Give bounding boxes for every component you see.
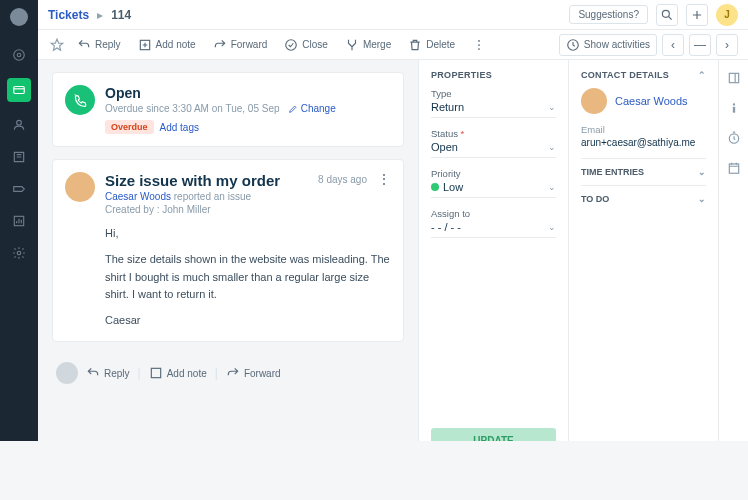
nav-tickets-icon[interactable] xyxy=(7,78,31,102)
type-select[interactable]: Return⌄ xyxy=(431,101,556,118)
svg-point-0 xyxy=(14,50,25,61)
more-actions-icon[interactable] xyxy=(466,35,492,55)
svg-rect-16 xyxy=(732,107,734,113)
contact-name-link[interactable]: Caesar Woods xyxy=(615,95,688,107)
svg-rect-13 xyxy=(151,369,160,378)
add-note-action[interactable]: Add note xyxy=(149,366,207,380)
priority-label: Priority xyxy=(431,168,556,179)
reply-action[interactable]: Reply xyxy=(86,366,130,380)
update-button[interactable]: UPDATE xyxy=(431,428,556,441)
svg-point-11 xyxy=(478,48,480,50)
show-activities-button[interactable]: Show activities xyxy=(559,34,657,56)
breadcrumb-sep: ▸ xyxy=(97,8,103,22)
status-select[interactable]: Open⌄ xyxy=(431,141,556,158)
svg-point-8 xyxy=(286,39,297,50)
close-button[interactable]: Close xyxy=(278,35,334,55)
svg-rect-14 xyxy=(729,73,738,82)
type-label: Type xyxy=(431,88,556,99)
forward-button[interactable]: Forward xyxy=(207,35,274,55)
ticket-subject: Size issue with my order xyxy=(105,172,280,189)
properties-title: PROPERTIES xyxy=(431,70,556,80)
nav-reports-icon[interactable] xyxy=(10,212,28,230)
svg-point-6 xyxy=(662,10,669,17)
delete-button[interactable]: Delete xyxy=(402,35,461,55)
add-note-button[interactable]: Add note xyxy=(132,35,202,55)
rail-calendar-icon[interactable] xyxy=(726,160,742,176)
ticket-menu-icon[interactable]: ⋮ xyxy=(377,172,391,186)
action-bar: Reply Add note Forward Close Merge Delet… xyxy=(38,30,748,60)
properties-panel: PROPERTIES Type Return⌄ Status * Open⌄ P… xyxy=(418,60,568,441)
overdue-tag: Overdue xyxy=(105,120,154,134)
nav-forums-icon[interactable] xyxy=(10,180,28,198)
requester-avatar xyxy=(65,172,95,202)
status-label: Status * xyxy=(431,128,556,139)
svg-rect-18 xyxy=(729,164,738,173)
reply-row: Reply | Add note | Forward xyxy=(52,354,404,392)
svg-point-1 xyxy=(17,53,21,57)
brand-logo[interactable] xyxy=(10,8,28,26)
nav-settings-icon[interactable] xyxy=(10,244,28,262)
user-avatar[interactable]: J xyxy=(716,4,738,26)
star-icon[interactable] xyxy=(48,36,66,54)
svg-point-10 xyxy=(478,44,480,46)
priority-select[interactable]: Low⌄ xyxy=(431,181,556,198)
add-tags-link[interactable]: Add tags xyxy=(160,122,199,133)
status-subtitle: Overdue since 3:30 AM on Tue, 05 Sep Cha… xyxy=(105,103,391,114)
forward-action[interactable]: Forward xyxy=(226,366,281,380)
breadcrumb-id: 114 xyxy=(111,8,131,22)
rail-time-icon[interactable] xyxy=(726,130,742,146)
created-by: Created by : John Miller xyxy=(105,204,280,215)
msg-greeting: Hi, xyxy=(105,225,391,243)
prev-ticket-icon[interactable]: ‹ xyxy=(662,34,684,56)
expand-icon[interactable]: — xyxy=(689,34,711,56)
next-ticket-icon[interactable]: › xyxy=(716,34,738,56)
msg-body: The size details shown in the website wa… xyxy=(105,251,391,304)
requester-link[interactable]: Caesar Woods xyxy=(105,191,171,202)
collapse-contact-icon[interactable]: ⌃ xyxy=(698,70,706,80)
reported-text: reported an issue xyxy=(174,191,251,202)
suggestions-button[interactable]: Suggestions? xyxy=(569,5,648,24)
nav-contacts-icon[interactable] xyxy=(10,116,28,134)
breadcrumb-root[interactable]: Tickets xyxy=(48,8,89,22)
thread-panel: Open Overdue since 3:30 AM on Tue, 05 Se… xyxy=(38,60,418,441)
assign-select[interactable]: - - / - -⌄ xyxy=(431,221,556,238)
new-ticket-icon[interactable] xyxy=(686,4,708,26)
msg-signoff: Caesar xyxy=(105,312,391,330)
nav-dashboard-icon[interactable] xyxy=(10,46,28,64)
email-label: Email xyxy=(581,124,706,135)
contact-panel: CONTACT DETAILS⌃ Caesar Woods Email arun… xyxy=(568,60,718,441)
side-nav xyxy=(0,0,38,441)
status-title: Open xyxy=(105,85,391,101)
ticket-age: 8 days ago xyxy=(318,174,367,185)
reply-button[interactable]: Reply xyxy=(71,35,127,55)
top-bar: Tickets ▸ 114 Suggestions? J xyxy=(38,0,748,30)
ticket-card: Size issue with my order Caesar Woods re… xyxy=(52,159,404,342)
rail-expand-icon[interactable] xyxy=(726,70,742,86)
contact-avatar xyxy=(581,88,607,114)
time-entries-section[interactable]: TIME ENTRIES⌄ xyxy=(581,158,706,185)
search-icon[interactable] xyxy=(656,4,678,26)
svg-point-15 xyxy=(732,103,734,105)
svg-point-9 xyxy=(478,40,480,42)
agent-avatar xyxy=(56,362,78,384)
rail-info-icon[interactable] xyxy=(726,100,742,116)
svg-point-3 xyxy=(17,120,22,125)
change-link[interactable]: Change xyxy=(288,103,336,114)
main-area: Tickets ▸ 114 Suggestions? J Reply Add n… xyxy=(38,0,748,441)
nav-solutions-icon[interactable] xyxy=(10,148,28,166)
right-rail xyxy=(718,60,748,441)
priority-dot-icon xyxy=(431,183,439,191)
todo-section[interactable]: TO DO⌄ xyxy=(581,185,706,212)
svg-point-5 xyxy=(17,251,21,255)
email-value: arun+caesar@sathiya.me xyxy=(581,137,706,148)
assign-label: Assign to xyxy=(431,208,556,219)
merge-button[interactable]: Merge xyxy=(339,35,397,55)
status-card: Open Overdue since 3:30 AM on Tue, 05 Se… xyxy=(52,72,404,147)
contact-title: CONTACT DETAILS⌃ xyxy=(581,70,706,80)
status-phone-icon xyxy=(65,85,95,115)
svg-rect-2 xyxy=(14,87,25,94)
